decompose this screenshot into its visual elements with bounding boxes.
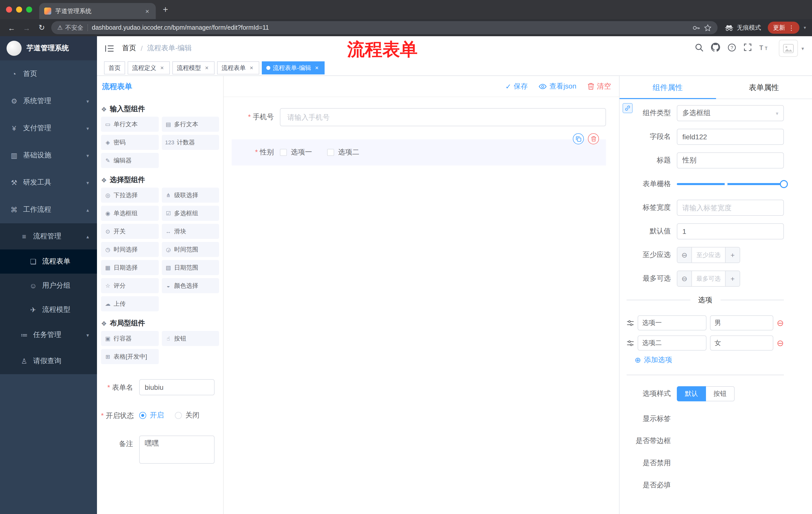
tag-process-form-edit[interactable]: 流程表单-编辑 × <box>262 61 325 75</box>
sidebar-item-infrastructure[interactable]: ▥ 基础设施 ▾ <box>0 142 97 169</box>
sidebar-item-devtools[interactable]: ⚒ 研发工具 ▾ <box>0 169 97 196</box>
tag-home[interactable]: 首页 <box>104 61 125 75</box>
max-select-placeholder[interactable]: 最多可选 <box>692 271 725 286</box>
add-option-button[interactable]: ⊕ 添加选项 <box>635 356 784 364</box>
minimize-window-button[interactable] <box>16 6 22 12</box>
sidebar-item-user-group[interactable]: ☺ 用户分组 <box>0 274 97 298</box>
search-icon[interactable] <box>695 43 703 54</box>
copy-component-button[interactable] <box>573 133 584 144</box>
save-button[interactable]: ✓ 保存 <box>505 82 528 91</box>
option-value-input[interactable] <box>710 315 773 330</box>
remove-option-icon[interactable]: ⊖ <box>777 339 784 347</box>
field-name-input[interactable] <box>677 129 784 145</box>
profile-caret-icon[interactable]: ▾ <box>804 25 806 30</box>
palette-component-item[interactable]: ▣ 行容器 <box>101 331 158 346</box>
browser-menu-icon[interactable]: ⋮ <box>788 24 795 31</box>
palette-component-item[interactable]: ☁ 上传 <box>101 296 158 311</box>
palette-component-item[interactable]: ⊞ 表格[开发中] <box>101 349 158 364</box>
tab-close-icon[interactable]: × <box>144 7 151 15</box>
palette-component-item[interactable]: ☆ 评分 <box>101 278 158 293</box>
sidebar-item-leave-query[interactable]: ♙ 请假查询 <box>0 348 97 374</box>
palette-component-item[interactable]: ◒ 颜色选择 <box>162 278 219 293</box>
breadcrumb-home[interactable]: 首页 <box>122 44 136 53</box>
bookmark-star-icon[interactable] <box>704 24 712 31</box>
help-icon[interactable]: ? <box>728 43 736 54</box>
palette-component-item[interactable]: ▦ 日期选择 <box>101 260 158 275</box>
option-name-input[interactable] <box>638 315 706 330</box>
palette-component-item[interactable]: ↔ 滑块 <box>162 224 219 239</box>
palette-component-item[interactable]: ✎ 编辑器 <box>101 153 158 168</box>
palette-component-item[interactable]: ◶ 时间范围 <box>162 242 219 257</box>
slider-handle[interactable] <box>780 180 788 188</box>
increase-button[interactable]: + <box>725 271 740 286</box>
zoom-window-button[interactable] <box>26 6 32 12</box>
clear-button[interactable]: 清空 <box>587 82 611 91</box>
security-status[interactable]: ⚠ 不安全 <box>57 23 83 32</box>
tab-component-props[interactable]: 组件属性 <box>619 76 716 99</box>
close-window-button[interactable] <box>6 6 12 12</box>
tab-form-props[interactable]: 表单属性 <box>716 76 812 99</box>
tag-process-model[interactable]: 流程模型 × <box>172 61 214 75</box>
palette-component-item[interactable]: ☝ 按钮 <box>162 331 219 346</box>
link-icon[interactable] <box>622 103 633 113</box>
tag-close-icon[interactable]: × <box>159 64 165 72</box>
option-style-default-button[interactable]: 默认 <box>677 386 706 401</box>
sidebar-item-home[interactable]: ◔ 首页 <box>0 60 97 87</box>
option-name-input[interactable] <box>638 335 706 351</box>
grid-slider[interactable] <box>677 176 784 192</box>
slider-track[interactable] <box>677 183 784 185</box>
sidebar-item-workflow[interactable]: ⌘ 工作流程 ▴ <box>0 196 97 223</box>
password-key-icon[interactable] <box>693 24 700 31</box>
phone-field-row[interactable]: 手机号 <box>232 108 606 126</box>
decrease-button[interactable]: ⊖ <box>677 247 692 263</box>
increase-button[interactable]: + <box>725 247 740 263</box>
drag-handle-icon[interactable] <box>627 339 634 347</box>
option-value-input[interactable] <box>710 335 773 351</box>
github-icon[interactable] <box>711 43 720 54</box>
component-type-select[interactable]: 多选框组 ▾ <box>677 105 784 121</box>
palette-component-item[interactable]: ☑ 多选框组 <box>162 206 219 221</box>
back-icon[interactable]: ← <box>6 23 17 32</box>
form-name-input[interactable] <box>139 379 214 395</box>
palette-component-item[interactable]: ▤ 多行文本 <box>162 117 219 132</box>
tag-close-icon[interactable]: × <box>248 64 255 72</box>
checkbox-option-1[interactable]: 选项一 <box>280 148 312 157</box>
palette-component-item[interactable]: ◉ 单选框组 <box>101 206 158 221</box>
default-value-input[interactable] <box>677 223 784 239</box>
palette-component-item[interactable]: 123 计数器 <box>162 135 219 150</box>
radio-closed[interactable]: 关闭 <box>175 411 200 420</box>
delete-component-button[interactable] <box>588 133 599 144</box>
sidebar-item-system[interactable]: ⚙ 系统管理 ▾ <box>0 87 97 115</box>
new-tab-button[interactable]: + <box>163 4 168 15</box>
checkbox-option-2[interactable]: 选项二 <box>327 148 359 157</box>
palette-component-item[interactable]: ⊙ 开关 <box>101 224 158 239</box>
browser-tab[interactable]: 芋道管理系统 × <box>39 3 156 19</box>
form-remark-textarea[interactable]: 嘿嘿 <box>139 436 214 464</box>
browser-update-button[interactable]: 更新 ⋮ <box>768 22 800 34</box>
sidebar-item-process-model[interactable]: ✈ 流程模型 <box>0 298 97 322</box>
tag-process-definition[interactable]: 流程定义 × <box>127 61 170 75</box>
palette-component-item[interactable]: ◎ 下拉选择 <box>101 188 158 203</box>
palette-component-item[interactable]: ◷ 时间选择 <box>101 242 158 257</box>
font-size-icon[interactable]: TT <box>759 44 769 53</box>
title-input[interactable] <box>677 153 784 168</box>
remove-option-icon[interactable]: ⊖ <box>777 319 784 327</box>
view-json-button[interactable]: 查看json <box>539 82 576 91</box>
palette-component-item[interactable]: ▭ 单行文本 <box>101 117 158 132</box>
forward-icon[interactable]: → <box>21 23 32 32</box>
user-menu[interactable]: ▾ <box>779 40 804 57</box>
sidebar-item-task-management[interactable]: ≔ 任务管理 ▾ <box>0 322 97 348</box>
sidebar-item-process-form[interactable]: ❏ 流程表单 <box>0 249 97 274</box>
fullscreen-icon[interactable] <box>744 43 752 53</box>
label-width-input[interactable] <box>677 200 784 216</box>
drag-handle-icon[interactable] <box>627 319 634 327</box>
palette-component-item[interactable]: ▧ 日期范围 <box>162 260 219 275</box>
tag-close-icon[interactable]: × <box>314 64 320 72</box>
reload-icon[interactable]: ↻ <box>36 23 47 32</box>
tag-process-form[interactable]: 流程表单 × <box>217 61 259 75</box>
url-field[interactable]: ⚠ 不安全 dashboard.yudao.iocoder.cn/bpm/man… <box>51 21 718 34</box>
gender-field-block-selected[interactable]: 性别 选项一 选项二 <box>232 139 606 165</box>
phone-input[interactable] <box>280 108 606 126</box>
hamburger-icon[interactable] <box>105 45 114 52</box>
palette-component-item[interactable]: ◈ 密码 <box>101 135 158 150</box>
